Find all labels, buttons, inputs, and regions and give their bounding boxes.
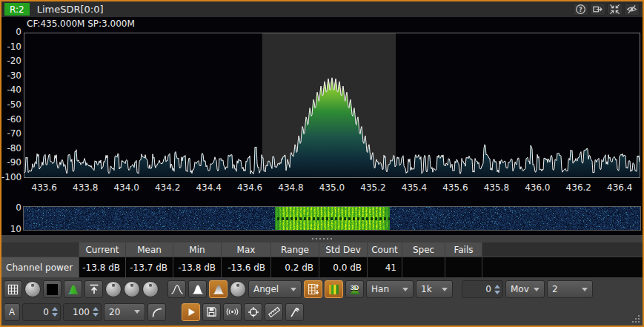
websocket-spectrum-button[interactable] [223, 303, 242, 321]
col-header: Current [79, 242, 125, 257]
colormap-value: Angel [253, 284, 279, 294]
arrow-up-to-bar-icon [88, 283, 100, 295]
calipers-icon [289, 306, 301, 318]
color-stripes-icon [328, 284, 339, 295]
play-icon [186, 307, 196, 317]
current-trace-button[interactable] [167, 280, 186, 298]
x-tick-label: 433.6 [32, 182, 57, 193]
value-stddev: 0.0 dB [319, 257, 367, 277]
power-range-spinbox[interactable]: 100 [63, 303, 102, 321]
grid-button[interactable] [4, 280, 22, 298]
hide-icon [626, 4, 637, 15]
crosshair-icon [248, 306, 259, 318]
fft-size-select[interactable]: 1k [416, 280, 453, 298]
colormap-select[interactable]: Angel [248, 280, 302, 298]
resize-grip[interactable] [632, 315, 640, 323]
save-spectrum-button[interactable] [202, 303, 221, 321]
ruler-icon [268, 306, 280, 318]
table-header-row: Current Mean Min Max Range Std Dev Count… [1, 242, 643, 257]
spin-up-icon[interactable] [494, 285, 500, 288]
trace-intensity-dial[interactable] [105, 281, 122, 297]
x-tick-label: 435.6 [442, 182, 468, 193]
spin-down-icon[interactable] [93, 313, 99, 317]
chevron-down-icon [582, 288, 588, 291]
x-tick-label: 434.6 [237, 182, 262, 193]
trace-color-button[interactable] [43, 280, 62, 298]
spectrum-fill [24, 78, 640, 178]
fft-size-value: 1k [421, 284, 432, 294]
measurements-button[interactable] [285, 303, 304, 321]
ref-level-spinbox[interactable]: 0 [22, 303, 61, 321]
annotations-button[interactable]: A [4, 303, 20, 321]
help-icon: ? [575, 4, 586, 15]
decay-divisor-button[interactable] [147, 303, 166, 321]
decay-dial[interactable] [230, 281, 246, 297]
averaging-mode-select[interactable]: Mov [505, 280, 545, 298]
hide-button[interactable] [624, 3, 640, 16]
fft-overlap-spinbox[interactable]: 0 [462, 280, 503, 298]
splitter-handle[interactable] [1, 235, 643, 242]
histogram-button[interactable] [64, 280, 82, 298]
waterfall-display[interactable] [23, 206, 641, 231]
markers-button[interactable] [244, 303, 262, 321]
titlebar-buttons: ? [573, 3, 640, 16]
max-hold-button[interactable] [188, 280, 207, 298]
averaging-count-select[interactable]: 2 [547, 280, 593, 298]
col-header: Max [222, 242, 270, 257]
grid-intensity-dial[interactable] [24, 281, 41, 297]
bell-filled-icon [191, 283, 205, 295]
colormap-palette-button[interactable] [325, 280, 343, 298]
y-tick-label: -30 [1, 71, 21, 81]
value-min: -13.8 dB [173, 257, 221, 277]
shrink-button[interactable] [607, 3, 623, 16]
row-label: Channel power [1, 257, 79, 277]
waterfall-grid-button[interactable] [304, 280, 322, 298]
window-title: LimeSDR[0:0] [37, 4, 104, 15]
bell-outline-icon [170, 283, 184, 295]
panel-split-dial[interactable] [142, 281, 159, 297]
y-tick-label: -70 [1, 129, 21, 139]
center-frequency-label: CF:435.000M SP:3.000M [27, 19, 135, 29]
y-tick-label: -80 [1, 144, 21, 153]
spectrogram-3d-button[interactable]: 3D [345, 280, 364, 298]
floppy-icon [206, 306, 217, 317]
grid-icon [7, 284, 19, 295]
spin-down-icon[interactable] [52, 313, 58, 317]
spin-up-icon[interactable] [52, 307, 58, 311]
x-tick-label: 436.4 [607, 182, 632, 193]
waterfall-tick-10: 10 [1, 224, 21, 234]
run-stop-button[interactable] [182, 303, 200, 321]
titlebar[interactable]: R:2 LimeSDR[0:0] ? [1, 1, 643, 17]
decay-select[interactable]: 20 [104, 303, 145, 321]
value-range: 0.2 dB [271, 257, 319, 277]
move-to-workspace-button[interactable] [590, 3, 605, 16]
spin-down-icon[interactable] [494, 291, 500, 294]
3d-label: 3D [346, 284, 363, 291]
ref-level-value: 0 [23, 307, 52, 317]
calibration-button[interactable] [265, 303, 283, 321]
waterfall-button[interactable] [84, 280, 103, 298]
y-tick-label: -60 [1, 115, 21, 125]
decay-value: 20 [109, 307, 120, 317]
fft-overlap-value: 0 [462, 284, 494, 294]
average-trace-button[interactable] [209, 280, 228, 298]
spectrum-plot[interactable] [24, 33, 640, 178]
broadcast-icon [226, 306, 239, 317]
col-header: Spec [402, 242, 445, 257]
device-window: R:2 LimeSDR[0:0] ? [0, 0, 644, 327]
waterfall-intensity-dial[interactable] [124, 281, 140, 297]
device-index-badge: R:2 [4, 3, 30, 16]
x-tick-label: 435.4 [402, 182, 427, 193]
chevron-down-icon [442, 288, 448, 291]
power-range-value: 100 [64, 307, 93, 317]
bell-gradient-icon [212, 283, 225, 295]
fft-window-value: Han [371, 284, 389, 294]
fft-window-select[interactable]: Han [366, 280, 414, 298]
help-button[interactable]: ? [573, 3, 588, 16]
col-header: Range [271, 242, 319, 257]
y-tick-label: -100 [1, 173, 21, 182]
averaging-count-value: 2 [552, 284, 558, 294]
spin-up-icon[interactable] [93, 307, 99, 311]
spectrum-toolbar-top: Angel [1, 278, 643, 300]
table-corner-cell [1, 242, 79, 257]
